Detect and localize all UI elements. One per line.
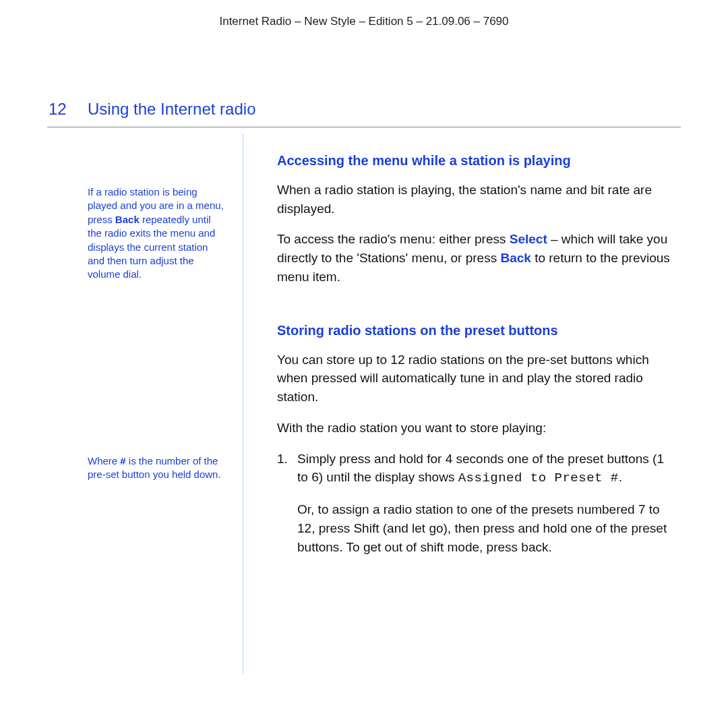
body-paragraph: To access the radio's menu: either press… bbox=[277, 230, 677, 286]
keyword-six: 6 bbox=[311, 470, 319, 484]
section-heading-accessing: Accessing the menu while a station is pl… bbox=[277, 153, 677, 169]
margin-note-text: Where bbox=[88, 455, 120, 467]
chapter-title: Using the Internet radio bbox=[88, 100, 255, 119]
list-item: 1. Simply press and hold for 4 seconds o… bbox=[277, 450, 677, 488]
chapter-number: 12 bbox=[47, 100, 88, 119]
document-page: Internet Radio – New Style – Edition 5 –… bbox=[0, 0, 728, 720]
content-columns: If a radio station is being played and y… bbox=[47, 127, 681, 673]
body-text: ) until the display shows bbox=[319, 470, 458, 484]
margin-note-preset: Where # is the number of the pre-set but… bbox=[88, 454, 226, 482]
ordered-list: 1. Simply press and hold for 4 seconds o… bbox=[277, 450, 677, 488]
margin-note-bold: Back bbox=[115, 214, 140, 225]
body-text: To access the radio's menu: either press bbox=[277, 232, 510, 246]
list-number: 1. bbox=[277, 450, 288, 469]
keyword-shift: Shift (and let go) bbox=[353, 521, 447, 535]
chapter-heading-row: 12 Using the Internet radio bbox=[47, 100, 681, 127]
lcd-display-text: Assigned to Preset # bbox=[458, 471, 619, 485]
body-text: to bbox=[297, 470, 311, 484]
body-paragraph: With the radio station you want to store… bbox=[277, 419, 677, 438]
body-paragraph: You can store up to 12 radio stations on… bbox=[277, 351, 677, 407]
body-paragraph: When a radio station is playing, the sta… bbox=[277, 181, 677, 218]
body-text: Simply press and hold for 4 seconds one … bbox=[297, 452, 657, 466]
section-heading-storing: Storing radio stations on the preset but… bbox=[277, 323, 677, 338]
keyword-one: 1 bbox=[657, 452, 664, 466]
keyword-select: Select bbox=[510, 232, 547, 246]
main-column: Accessing the menu while a station is pl… bbox=[243, 127, 681, 673]
list-item-continuation: Or, to assign a radio station to one of … bbox=[277, 500, 677, 556]
keyword-back: Back bbox=[500, 251, 530, 265]
sidebar-column: If a radio station is being played and y… bbox=[47, 127, 243, 673]
margin-note-bold: # bbox=[120, 455, 125, 467]
margin-note-back: If a radio station is being played and y… bbox=[88, 185, 226, 282]
body-text: . bbox=[619, 470, 622, 484]
page-header: Internet Radio – New Style – Edition 5 –… bbox=[47, 0, 681, 28]
